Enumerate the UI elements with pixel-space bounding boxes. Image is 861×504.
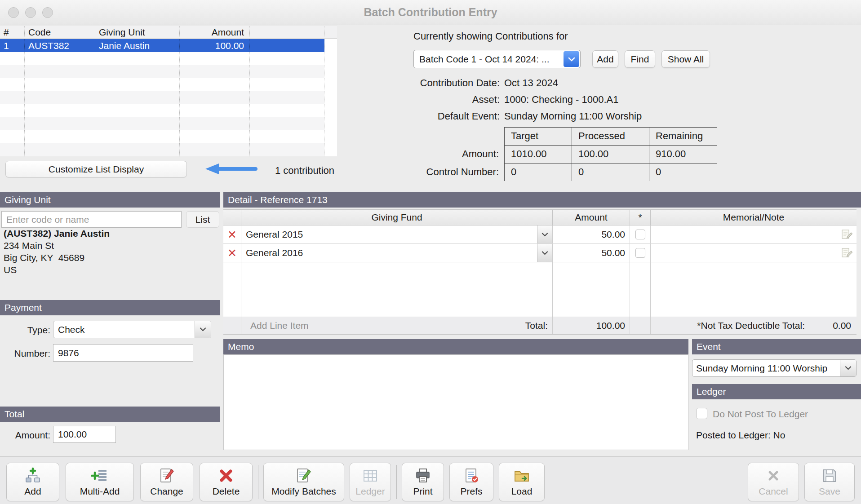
batch-add-button[interactable]: Add: [592, 50, 618, 68]
ledger-button[interactable]: Ledger: [350, 463, 391, 501]
multi-add-button[interactable]: Multi-Add: [66, 463, 134, 501]
event-dropdown-button[interactable]: [840, 360, 856, 376]
total-amount-field[interactable]: [53, 426, 116, 443]
chevron-down-icon: [200, 327, 206, 332]
left-arrow-icon: [204, 163, 258, 175]
prefs-button[interactable]: Prefs: [449, 463, 493, 501]
payment-type-dropdown-button[interactable]: [195, 321, 211, 338]
giving-fund-select[interactable]: General 2015: [241, 225, 553, 243]
cancel-button-label: Cancel: [759, 486, 788, 497]
toolbar-divider: [396, 465, 397, 499]
col-header-star: *: [630, 210, 651, 225]
save-button-label: Save: [819, 486, 840, 497]
save-icon: [821, 467, 838, 484]
add-button-label: Add: [24, 486, 41, 497]
batch-select[interactable]: Batch Code 1 - Oct 14 2024: ...: [413, 50, 581, 68]
delete-button[interactable]: Delete: [200, 463, 253, 501]
summary-control-target: 0: [504, 164, 572, 181]
giving-unit-list-button[interactable]: List: [186, 211, 219, 228]
window-title: Batch Contribution Entry: [0, 6, 861, 19]
line-amount-field[interactable]: 50.00: [553, 225, 630, 243]
payment-number-input[interactable]: [53, 344, 193, 362]
col-header-code[interactable]: Code: [25, 26, 95, 38]
col-header-blank: [250, 26, 324, 38]
contribution-row-selected[interactable]: 1 AUST382 Janie Austin 100.00: [0, 39, 324, 52]
col-header-giving-unit[interactable]: Giving Unit: [95, 26, 180, 38]
event-header: Event: [692, 339, 861, 354]
not-tax-deductible-checkbox[interactable]: [635, 230, 645, 239]
not-tax-deductible-checkbox[interactable]: [635, 248, 645, 258]
summary-amount-remaining: 910.00: [649, 146, 717, 164]
giving-fund-dropdown-button[interactable]: [537, 225, 552, 243]
batch-summary-table: Target Processed Remaining Amount: 1010.…: [413, 127, 717, 181]
ntd-total-label: *Not Tax Deductible Total:: [697, 317, 805, 334]
asset-value: 1000: Checking - 1000.A1: [504, 94, 618, 106]
giving-fund-value: General 2016: [246, 244, 303, 262]
ntd-total-value: 0.00: [805, 317, 857, 334]
line-item-row: ✕ General 2016 50.00: [223, 244, 857, 262]
detail-table-empty-area: [223, 262, 857, 317]
batch-show-all-button[interactable]: Show All: [661, 50, 710, 68]
chevron-down-icon: [845, 366, 852, 370]
col-header-memorial-note: Memorial/Note: [651, 210, 857, 225]
add-button[interactable]: Add: [6, 463, 59, 501]
col-header-num[interactable]: #: [0, 26, 25, 38]
col-header-amount[interactable]: Amount: [180, 26, 250, 38]
asset-label: Asset:: [392, 94, 500, 106]
delete-x-icon: ✕: [227, 248, 237, 259]
delete-button-label: Delete: [213, 486, 240, 497]
detail-table-header: Giving Fund Amount * Memorial/Note: [223, 209, 857, 225]
delete-line-button[interactable]: ✕: [223, 244, 241, 262]
event-value: Sunday Morning 11:00 Worship: [696, 360, 840, 376]
add-line-item-button[interactable]: Add Line Item: [241, 317, 309, 334]
list-empty-row: [0, 91, 324, 104]
line-amount-value: 50.00: [601, 244, 625, 262]
memorial-note-field[interactable]: [651, 225, 857, 243]
list-empty-row: [0, 65, 324, 78]
batch-select-dropdown-button[interactable]: [564, 51, 579, 67]
contribution-list-header: # Code Giving Unit Amount: [0, 26, 337, 39]
payment-type-select[interactable]: Check: [53, 321, 211, 338]
summary-control-processed: 0: [572, 164, 649, 181]
modify-batches-button-label: Modify Batches: [271, 486, 336, 497]
modify-batches-button[interactable]: Modify Batches: [263, 463, 344, 501]
giving-unit-address-line-2: Big City, KY 45689: [4, 252, 110, 264]
cancel-button[interactable]: Cancel: [748, 463, 799, 501]
col-header-giving-fund: Giving Fund: [241, 210, 553, 225]
summary-amount-target: 1010.00: [504, 146, 572, 164]
line-amount-field[interactable]: 50.00: [553, 244, 630, 262]
memo-textarea[interactable]: [223, 354, 688, 450]
default-event-value: Sunday Morning 11:00 Worship: [504, 111, 642, 122]
giving-fund-select[interactable]: General 2016: [241, 244, 553, 262]
giving-fund-dropdown-button[interactable]: [537, 244, 552, 262]
save-button[interactable]: Save: [804, 463, 855, 501]
event-select[interactable]: Sunday Morning 11:00 Worship: [692, 359, 857, 377]
summary-amount-label: Amount:: [413, 146, 504, 164]
memorial-note-field[interactable]: [651, 244, 857, 262]
list-empty-row: [0, 130, 324, 143]
note-icon[interactable]: [841, 229, 853, 240]
batch-find-button[interactable]: Find: [625, 50, 655, 68]
do-not-post-checkbox[interactable]: [696, 408, 707, 419]
print-button[interactable]: Print: [402, 463, 444, 501]
chevron-down-icon: [568, 57, 575, 62]
chevron-down-icon: [541, 251, 548, 255]
list-empty-row: [0, 143, 324, 156]
detail-total-row: Add Line Item Total: 100.00 *Not Tax Ded…: [223, 317, 857, 335]
do-not-post-label: Do Not Post To Ledger: [713, 409, 808, 420]
giving-unit-search-input[interactable]: [1, 211, 182, 228]
not-tax-deductible-cell: [630, 244, 651, 262]
change-button[interactable]: Change: [140, 463, 193, 501]
memo-header: Memo: [223, 339, 688, 354]
delete-line-button[interactable]: ✕: [223, 225, 241, 243]
col-header-delete: [223, 210, 241, 225]
note-icon[interactable]: [841, 247, 853, 259]
not-tax-deductible-cell: [630, 225, 651, 243]
load-button[interactable]: Load: [499, 463, 545, 501]
ledger-icon: [362, 467, 379, 484]
summary-col-remaining: Remaining: [649, 127, 717, 146]
detail-table: Giving Fund Amount * Memorial/Note ✕ Gen…: [223, 209, 857, 335]
customize-list-display-button[interactable]: Customize List Display: [5, 161, 187, 177]
list-empty-row: [0, 117, 324, 130]
print-icon: [414, 467, 431, 484]
